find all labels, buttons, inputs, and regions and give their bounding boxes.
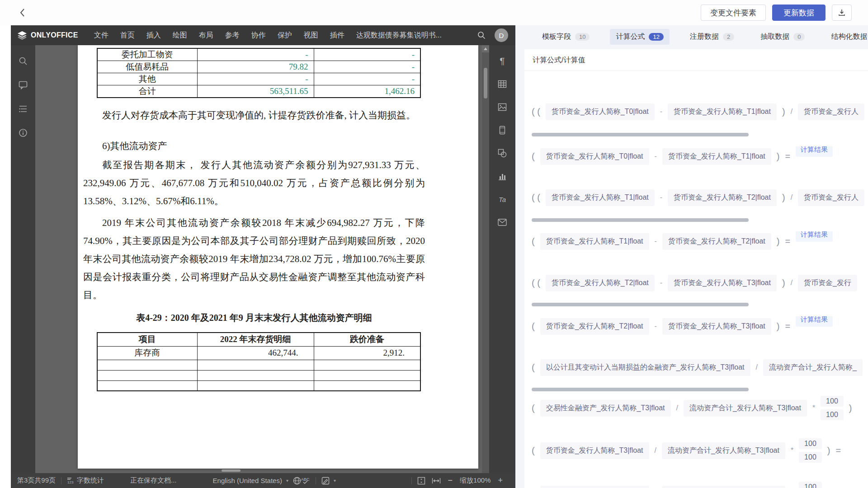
horizontal-scrollbar[interactable] [532,218,749,222]
mailmerge-icon[interactable] [497,217,507,227]
text-run: 232,949.06 万元、467,677.08 万元和 [83,178,241,188]
field-token[interactable]: 流动资产合计_发行人简称_T3|float [684,400,807,417]
text-run: 2019 年末增加234,728.02 万元，增加100.76% [208,253,396,264]
field-token[interactable]: 货币资金_发行 [798,275,857,291]
search-icon[interactable] [476,30,486,40]
field-token[interactable]: 货币资金_发行人简称_T1|float [668,103,777,120]
tab-结构化数据[interactable]: 结构化数据0 [825,29,868,45]
menu-item[interactable]: 布局 [193,25,219,45]
field-token[interactable]: 货币资金_发行人简称_T3|float [668,275,777,291]
fit-page-icon[interactable] [417,477,425,485]
tab-label: 抽取数据 [760,32,789,42]
formula-row: ( (货币资金_发行人简称_T0|float-货币资金_发行人简称_T1|flo… [532,102,868,122]
field-token[interactable]: 货币资金_发行人简称_T1|float [662,148,771,165]
page-indicator[interactable]: 第3页共99页 [17,476,56,485]
menu-item[interactable]: 参考 [219,25,245,45]
paragraph-settings-icon[interactable]: ¶ [497,56,507,66]
menu-item[interactable]: 绘图 [167,25,193,45]
field-token[interactable]: 货币资金_发行人简称_T0|float [546,103,655,120]
spellcheck-icon[interactable]: ABC [301,477,310,485]
fit-width-icon[interactable] [432,478,441,484]
field-token[interactable]: 货币资金_发行人简称_T2|float [540,486,649,488]
field-token[interactable]: 交易性金融资产_发行人简称_T3|float [540,400,671,417]
spellcheck-language-icon[interactable] [293,477,301,485]
text-run: 其主要原因是为公司本部及其子公司部分理财产品到期赎回所致， [123,235,406,246]
zoom-in-button[interactable]: + [498,476,503,485]
field-token[interactable]: 货币资金_发行人简称_T0|float [540,148,649,165]
menu-item[interactable]: 文件 [88,25,114,45]
search-icon[interactable] [18,56,28,66]
text-run: 2018 年末减少694,982.27 万元 [262,217,394,228]
chart-settings-icon[interactable] [497,171,507,181]
table-cell: - [314,73,420,85]
onlyoffice-logo-text: ONLYOFFICE [31,31,78,39]
field-token[interactable]: 货币资金_发行人简称_T1|float [540,233,649,250]
download-button[interactable] [832,5,852,21]
horizontal-scrollbar[interactable] [532,133,749,136]
language-selector[interactable]: English (United States)▾ [213,477,288,484]
menu-item[interactable]: 达观数据债券募集说明书... [350,25,448,45]
field-token[interactable]: 以公计且其变动计入当期损益的金融资产_发行人简称_T3|float [540,359,750,376]
text-run: 截至报告期各期末， 发行人其他流动资产余额分别为 [102,160,348,170]
navigation-icon[interactable] [18,104,28,114]
field-token[interactable]: 货币资金_发行人 [798,103,864,120]
field-token[interactable]: 流动资产合计_发行人简称_T3|float [662,442,785,459]
scroll-up-icon[interactable] [482,45,489,52]
field-token[interactable]: 货币资金_发行人简称_T2|float [546,275,655,291]
table-cell [314,380,420,391]
field-token[interactable]: 货币资金_发行人简称_T2|float [662,233,771,250]
fraction-token[interactable]: 100100 [799,482,822,488]
field-token[interactable]: 流动资产合计_发行人简称_ [763,359,863,376]
word-count[interactable]: 123 字数统计 [67,476,104,485]
horizontal-scrollbar[interactable] [532,303,749,306]
update-data-button[interactable]: 更新数据 [772,5,826,21]
menu-item[interactable]: 保护 [272,25,298,45]
headerfooter-settings-icon[interactable] [497,125,507,135]
fraction-token[interactable]: 100100 [821,396,844,420]
change-file-elements-button[interactable]: 变更文件要素 [701,5,766,21]
back-icon[interactable] [16,6,29,19]
field-token[interactable]: 货币资金_发行人 [798,189,864,206]
track-changes-icon[interactable]: ▾ [321,477,336,485]
field-token[interactable]: 货币资金_发行人简称_T1|float [546,189,655,206]
horizontal-scrollbar[interactable] [222,469,241,472]
scrollbar-thumb[interactable] [484,68,487,99]
image-settings-icon[interactable] [497,102,507,112]
result-token: 计算结果 [796,316,833,327]
download-icon [838,9,845,16]
field-token[interactable]: 货币资金_发行人简称_T2|float [668,189,777,206]
table-cell: 库存商 [97,346,197,360]
fraction-token[interactable]: 100100 [799,438,822,463]
tab-模板字段[interactable]: 模板字段10 [536,29,595,45]
field-token[interactable]: 货币资金_发行人简称_T3|float [540,442,649,459]
field-token[interactable]: 货币资金_发行人简称_T2|float [540,318,649,335]
textart-settings-icon[interactable]: Ta [497,194,507,204]
operator: ) [782,192,785,203]
field-token[interactable]: 流动资产合计_发行人简称_T2|float [662,486,785,488]
tab-抽取数据[interactable]: 抽取数据0 [755,29,811,45]
menu-item[interactable]: 协作 [245,25,272,45]
saving-status: 正在保存文档... [130,476,177,485]
tab-注册数据[interactable]: 注册数据2 [684,29,740,45]
comments-icon[interactable] [18,80,28,90]
fraction-value: 100 [799,438,822,449]
table-settings-icon[interactable] [497,79,507,89]
zoom-out-button[interactable]: − [448,476,453,485]
document-page[interactable]: 委托加工物资--低值易耗品79.82-其他--合计563,511.651,462… [78,45,478,469]
tab-计算公式[interactable]: 计算公式12 [610,29,669,45]
zoom-level[interactable]: 缩放100% [460,476,491,485]
menu-bar: ONLYOFFICE 文件首页插入绘图布局参考协作保护视图插件达观数据债券募集说… [11,25,515,45]
shape-settings-icon[interactable] [497,148,507,158]
field-token[interactable]: 货币资金_发行人简称_T3|float [662,318,771,335]
user-avatar[interactable]: D [495,28,508,42]
menu-item[interactable]: 视图 [298,25,324,45]
menu-item[interactable]: 首页 [114,25,141,45]
horizontal-scrollbar[interactable] [532,388,749,391]
menu-item[interactable]: 插件 [324,25,350,45]
vertical-scrollbar[interactable] [482,45,489,473]
menu-item[interactable]: 插入 [141,25,167,45]
tab-label: 计算公式 [616,32,645,42]
operator: = [785,236,790,247]
about-icon[interactable] [18,128,28,138]
tab-count-badge: 0 [793,33,805,41]
